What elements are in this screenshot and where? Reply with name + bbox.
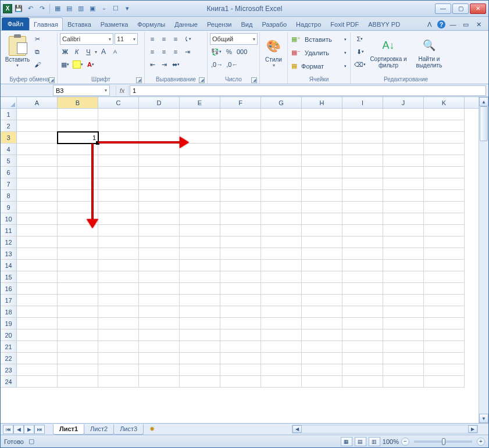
cell-I24[interactable] [342,376,383,388]
cell-C16[interactable] [98,283,139,295]
sheet-tab-2[interactable]: Лист2 [84,424,114,435]
cell-B5[interactable] [58,155,98,167]
cell-G1[interactable] [261,109,302,120]
cell-H1[interactable] [302,109,342,120]
copy-icon[interactable]: ⧉ [32,46,42,58]
tab-developer[interactable]: Разрабо [257,17,291,30]
cell-I20[interactable] [342,329,383,341]
cell-E20[interactable] [180,329,220,341]
cell-J16[interactable] [383,283,424,295]
currency-icon[interactable]: 💱▾ [210,46,223,58]
cell-G18[interactable] [261,306,302,318]
tab-foxit[interactable]: Foxit PDF [326,17,363,30]
cell-J4[interactable] [383,144,424,155]
tab-view[interactable]: Вид [237,17,258,30]
cell-H21[interactable] [302,341,342,353]
cell-A22[interactable] [17,353,58,364]
cell-B23[interactable] [58,364,98,376]
cell-J17[interactable] [383,295,424,306]
cell-F23[interactable] [220,364,261,376]
cell-B18[interactable] [58,306,98,318]
fx-button[interactable]: fx [116,85,129,96]
cell-A7[interactable] [17,178,58,190]
cell-J7[interactable] [383,178,424,190]
cell-F21[interactable] [220,341,261,353]
row-header-9[interactable]: 9 [1,202,17,213]
column-header-J[interactable]: J [383,97,424,108]
cell-H11[interactable] [302,225,342,236]
cell-G23[interactable] [261,364,302,376]
cell-B7[interactable] [58,178,98,190]
workbook-minimize-icon[interactable]: — [448,19,458,30]
cell-G11[interactable] [261,225,302,236]
underline-button[interactable]: Ч [83,46,94,58]
qat-button-8-icon[interactable]: ▣ [87,3,98,14]
cell-G3[interactable] [261,132,302,144]
cell-E6[interactable] [180,167,220,178]
cell-C14[interactable] [98,260,139,271]
cell-F16[interactable] [220,283,261,295]
paste-button[interactable]: Вставить ▾ [4,33,31,71]
cell-B17[interactable] [58,295,98,306]
cell-B14[interactable] [58,260,98,271]
cell-C10[interactable] [98,213,139,225]
cell-A1[interactable] [17,109,58,120]
cell-G2[interactable] [261,120,302,132]
cell-E8[interactable] [180,190,220,202]
fill-color-icon[interactable]: ▾ [72,59,84,70]
cell-B21[interactable] [58,341,98,353]
column-header-D[interactable]: D [139,97,180,108]
cell-K10[interactable] [424,213,465,225]
cell-G15[interactable] [261,271,302,283]
cell-D12[interactable] [139,236,180,248]
cell-K3[interactable] [424,132,465,144]
scroll-down-icon[interactable]: ▼ [479,414,488,423]
merge-center-icon[interactable]: ⬌▾ [170,59,181,70]
cell-G13[interactable] [261,248,302,260]
cell-K20[interactable] [424,329,465,341]
cell-G10[interactable] [261,213,302,225]
close-button[interactable]: ✕ [470,3,486,14]
cell-I21[interactable] [342,341,383,353]
cell-K4[interactable] [424,144,465,155]
cell-F9[interactable] [220,202,261,213]
cell-F11[interactable] [220,225,261,236]
cell-K5[interactable] [424,155,465,167]
cell-A5[interactable] [17,155,58,167]
tab-review[interactable]: Рецензи [202,17,237,30]
cell-G24[interactable] [261,376,302,388]
cell-K18[interactable] [424,306,465,318]
cell-I7[interactable] [342,178,383,190]
format-cells-button[interactable]: ▦ Формат ▾ [290,60,348,72]
cell-B22[interactable] [58,353,98,364]
cell-I14[interactable] [342,260,383,271]
tab-page-layout[interactable]: Разметка [96,17,133,30]
cell-K13[interactable] [424,248,465,260]
row-header-22[interactable]: 22 [1,353,17,364]
cell-C23[interactable] [98,364,139,376]
cell-I11[interactable] [342,225,383,236]
cell-H8[interactable] [302,190,342,202]
cell-G17[interactable] [261,295,302,306]
borders-icon[interactable]: ▦▾ [60,59,70,70]
cell-F17[interactable] [220,295,261,306]
row-header-1[interactable]: 1 [1,109,17,120]
column-header-C[interactable]: C [98,97,139,108]
row-header-15[interactable]: 15 [1,271,17,283]
cell-D5[interactable] [139,155,180,167]
format-painter-icon[interactable]: 🖌 [32,59,42,70]
cell-K9[interactable] [424,202,465,213]
orientation-icon[interactable]: ⤹▾ [182,33,192,45]
cell-D17[interactable] [139,295,180,306]
cell-D11[interactable] [139,225,180,236]
cell-I9[interactable] [342,202,383,213]
qat-button-10-icon[interactable]: ☐ [110,3,121,14]
cell-D8[interactable] [139,190,180,202]
cell-D9[interactable] [139,202,180,213]
cell-A19[interactable] [17,318,58,329]
cell-F18[interactable] [220,306,261,318]
cell-K7[interactable] [424,178,465,190]
cell-B4[interactable] [58,144,98,155]
cell-F8[interactable] [220,190,261,202]
cell-B16[interactable] [58,283,98,295]
